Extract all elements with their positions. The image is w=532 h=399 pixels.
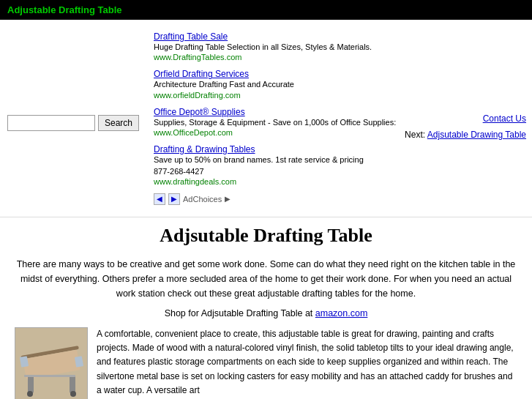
ad-desc-1: Huge Drafting Table Selection in all Siz…: [154, 42, 430, 53]
search-form: Search: [7, 115, 139, 131]
adchoices-icon: ▶: [225, 195, 231, 203]
svg-rect-4: [24, 375, 75, 377]
article-body: A comfortable, convenient place to creat…: [15, 327, 517, 399]
search-input[interactable]: [7, 115, 95, 131]
svg-point-6: [70, 391, 76, 397]
ad-url-4: www.draftingdeals.com: [154, 177, 430, 186]
ads-section: Drafting Table Sale Huge Drafting Table …: [154, 26, 430, 211]
article-intro: There are many ways to be creative and g…: [15, 257, 517, 301]
adchoices-row: ◀ ▶ AdChoices ▶: [154, 193, 430, 205]
svg-rect-3: [70, 375, 75, 393]
ad-title-4[interactable]: Drafting & Drawing Tables: [154, 144, 430, 154]
center-content: Drafting Table Sale Huge Drafting Table …: [146, 20, 437, 217]
ad-desc-4: Save up to 50% on brand names. 1st rate …: [154, 154, 430, 177]
ad-item-1: Drafting Table Sale Huge Drafting Table …: [154, 31, 430, 61]
ad-desc-3: Supplies, Storage & Equipment - Save on …: [154, 117, 430, 128]
article-title: Adjsutable Drafting Table: [15, 225, 517, 247]
shop-link[interactable]: amazon.com: [315, 308, 368, 318]
next-link-row: Next: Adjsutable Drawing Table: [405, 130, 526, 140]
ad-url-2: www.orfieldDrafting.com: [154, 91, 430, 100]
ad-item-4: Drafting & Drawing Tables Save up to 50%…: [154, 144, 430, 186]
ad-item-3: Office Depot® Supplies Supplies, Storage…: [154, 107, 430, 137]
svg-rect-2: [28, 375, 34, 393]
svg-point-5: [27, 391, 33, 397]
article-text: A comfortable, convenient place to creat…: [97, 327, 517, 399]
shop-line: Shop for Adjsutable Drafting Table at am…: [15, 308, 517, 318]
next-prefix: Next:: [405, 130, 425, 140]
ad-title-1[interactable]: Drafting Table Sale: [154, 31, 430, 42]
search-button[interactable]: Search: [98, 115, 139, 131]
contact-us-link[interactable]: Contact Us: [483, 113, 526, 124]
ad-desc-2: Architecture Drafting Fast and Accurate: [154, 79, 430, 90]
header: Adjustable Drafting Table: [0, 0, 532, 20]
article-image: [15, 327, 88, 399]
main-layout: Search Drafting Table Sale Huge Drafting…: [0, 20, 532, 217]
ad-title-3[interactable]: Office Depot® Supplies: [154, 107, 430, 117]
right-sidebar: Contact Us Next: Adjsutable Drawing Tabl…: [437, 20, 532, 217]
shop-prefix: Shop for Adjsutable Drafting Table at: [165, 308, 313, 318]
article-section: Adjsutable Drafting Table There are many…: [0, 217, 532, 399]
next-arrow[interactable]: ▶: [168, 193, 180, 205]
next-link[interactable]: Adjsutable Drawing Table: [427, 130, 526, 140]
adchoices-label: AdChoices: [183, 195, 222, 204]
ad-url-1: www.DraftingTables.com: [154, 53, 430, 61]
left-sidebar: Search: [0, 20, 146, 217]
ad-item-2: Orfield Drafting Services Architecture D…: [154, 69, 430, 99]
ad-url-3: www.OfficeDepot.com: [154, 128, 430, 137]
ad-title-2[interactable]: Orfield Drafting Services: [154, 69, 430, 79]
header-title[interactable]: Adjustable Drafting Table: [7, 4, 122, 15]
prev-arrow[interactable]: ◀: [154, 193, 165, 205]
